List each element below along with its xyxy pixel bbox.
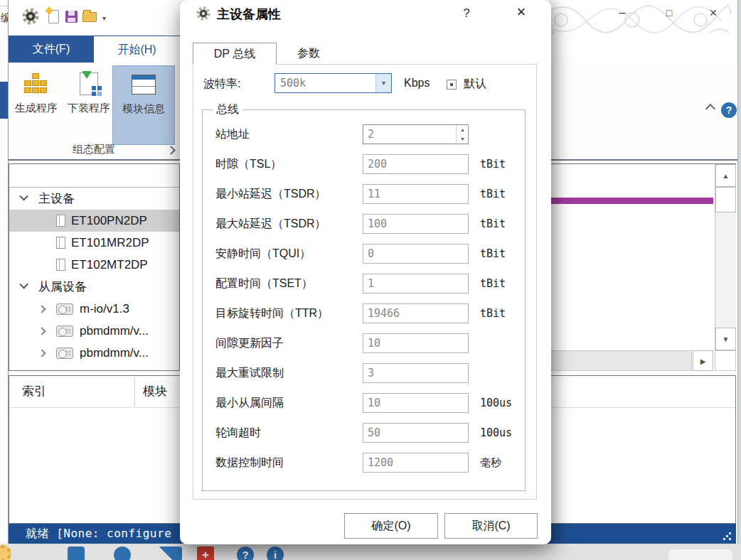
- baudrate-unit: Kbps: [404, 77, 430, 90]
- tab-file[interactable]: 文件(F): [9, 36, 94, 63]
- tree-item-slave-0[interactable]: m-io/v1.3: [9, 298, 179, 320]
- taskbar-help-icon[interactable]: ?: [237, 546, 254, 560]
- baudrate-label: 波特率:: [203, 77, 240, 92]
- slave-device-icon: [56, 303, 73, 315]
- min-slave-interval-input[interactable]: [363, 393, 469, 413]
- default-checkbox[interactable]: [447, 80, 457, 90]
- dropdown-arrow-icon[interactable]: ▾: [375, 74, 391, 92]
- toolbar-more-icon[interactable]: ▾: [102, 14, 106, 22]
- vertical-scrollbar[interactable]: ▲ ▼: [715, 164, 736, 350]
- spinner-down-icon[interactable]: ▼: [457, 134, 469, 144]
- taskbar-app-icon[interactable]: [68, 546, 85, 560]
- background-window-sliver: 编: [0, 0, 9, 544]
- form-row-tqui: 安静时间（TQUI） tBit: [203, 244, 525, 265]
- bricks-icon: [14, 68, 58, 99]
- form-row-gap-factor: 间隙更新因子: [203, 333, 525, 355]
- tree-header-strip: [9, 164, 179, 188]
- station-address-input[interactable]: [363, 124, 469, 144]
- ttr-input[interactable]: [363, 303, 469, 323]
- form-row-max-tsdr: 最大站延迟（TSDR） tBit: [203, 214, 525, 235]
- dialog-close-button[interactable]: ×: [508, 1, 534, 23]
- tset-input[interactable]: [363, 274, 469, 294]
- divider: [0, 6, 9, 6]
- tree-item-slave-2[interactable]: pbmdmm/v...: [9, 342, 179, 364]
- save-icon[interactable]: [65, 11, 78, 23]
- bus-groupbox-label: 总线: [213, 102, 242, 117]
- form-row-station-address: 站地址 ▲ ▼: [203, 124, 525, 146]
- tree-group-master[interactable]: 主设备: [9, 188, 179, 210]
- new-file-icon[interactable]: [48, 10, 59, 23]
- scroll-right-icon[interactable]: ▶: [693, 350, 713, 371]
- tree-item-master-1[interactable]: ET101MR2DP: [9, 232, 179, 254]
- form-row-tsl: 时隙（TSL） tBit: [203, 154, 525, 176]
- taskbar-edit-icon[interactable]: [158, 546, 182, 560]
- dialog-help-button[interactable]: ?: [456, 4, 477, 23]
- chevron-down-icon[interactable]: [19, 280, 28, 289]
- tree-item-slave-1[interactable]: pbmdmm/v...: [9, 320, 179, 342]
- scroll-down-icon[interactable]: ▼: [715, 328, 736, 350]
- retry-limit-input[interactable]: [363, 363, 469, 383]
- gap-factor-input[interactable]: [363, 333, 469, 353]
- bus-groupbox: 总线 站地址 ▲ ▼ 时隙（TSL） tBit 最小站延迟（TSDR） tBit: [202, 109, 526, 491]
- baudrate-value: 500k: [280, 77, 306, 90]
- chevron-right-icon[interactable]: [38, 349, 46, 357]
- generate-program-button[interactable]: 生成程序: [14, 65, 58, 145]
- form-row-tset: 配置时间（TSET） tBit: [203, 274, 525, 295]
- minimize-button[interactable]: –: [612, 3, 633, 23]
- column-header-module[interactable]: 模块: [143, 376, 167, 407]
- form-row-min-slave-interval: 最小从属间隔 100us: [203, 393, 525, 414]
- tab-parameters[interactable]: 参数: [279, 43, 338, 65]
- resize-grip[interactable]: [723, 532, 732, 541]
- ribbon-group-label: 组态配置: [9, 143, 179, 156]
- app-gear-icon[interactable]: [21, 7, 40, 26]
- chevron-right-icon[interactable]: [38, 327, 46, 335]
- partial-text: 编: [1, 11, 9, 25]
- taskbar: + ? i: [0, 544, 741, 560]
- min-tsdr-input[interactable]: [363, 184, 469, 204]
- status-text: 就绪 [None: configure: [26, 527, 171, 542]
- module-info-button[interactable]: 模块信息: [112, 65, 175, 145]
- tab-home[interactable]: 开始(H): [94, 36, 180, 63]
- taskbar-gear-icon[interactable]: [0, 545, 11, 560]
- dialog-title: 主设备属性: [217, 6, 281, 23]
- dialog-gear-icon: [196, 6, 211, 21]
- close-button[interactable]: ×: [703, 3, 724, 23]
- column-header-index[interactable]: 索引: [22, 376, 46, 407]
- scrollbar-corner: [715, 350, 736, 371]
- download-program-button[interactable]: 下装程序: [60, 65, 118, 145]
- column-divider[interactable]: [134, 377, 135, 407]
- tree-group-slave[interactable]: 从属设备: [9, 276, 179, 298]
- generate-program-label: 生成程序: [14, 99, 58, 116]
- ok-button[interactable]: 确定(O): [344, 513, 438, 539]
- cancel-button[interactable]: 取消(C): [444, 513, 538, 539]
- slave-device-icon: [56, 348, 73, 359]
- master-device-icon: [56, 215, 65, 227]
- chevron-right-icon[interactable]: [38, 305, 46, 313]
- collapse-ribbon-icon[interactable]: [705, 104, 715, 114]
- vertical-scroll-thumb[interactable]: [715, 187, 736, 212]
- spinner-up-icon[interactable]: ▲: [457, 125, 469, 134]
- open-folder-icon[interactable]: [82, 12, 97, 22]
- help-button[interactable]: ?: [721, 102, 737, 118]
- master-properties-dialog: 主设备属性 ? × DP 总线 参数 波特率: 500k ▾ Kbps 默认 总…: [180, 0, 551, 544]
- taskbar-button[interactable]: [668, 549, 732, 560]
- form-row-data-control-time: 数据控制时间 毫秒: [203, 453, 525, 474]
- tree-item-master-2[interactable]: ET102MT2DP: [9, 254, 179, 276]
- data-control-time-input[interactable]: [363, 453, 469, 473]
- taskbar-add-icon[interactable]: +: [197, 546, 214, 560]
- slave-device-icon: [56, 325, 73, 337]
- poll-timeout-input[interactable]: [363, 423, 469, 443]
- tree-item-master-0[interactable]: ET100PN2DP: [9, 210, 179, 232]
- tab-dp-bus[interactable]: DP 总线: [193, 43, 277, 65]
- tqui-input[interactable]: [363, 244, 469, 264]
- max-tsdr-input[interactable]: [363, 214, 469, 234]
- maximize-button[interactable]: □: [659, 3, 680, 23]
- tsl-input[interactable]: [363, 154, 469, 174]
- baudrate-select[interactable]: 500k ▾: [274, 73, 392, 93]
- taskbar-info-icon[interactable]: i: [267, 546, 284, 560]
- master-device-icon: [56, 259, 65, 271]
- scroll-up-icon[interactable]: ▲: [715, 164, 736, 187]
- spinner-control[interactable]: ▲ ▼: [456, 125, 468, 144]
- chevron-down-icon[interactable]: [19, 192, 28, 201]
- taskbar-app-icon[interactable]: [114, 546, 131, 560]
